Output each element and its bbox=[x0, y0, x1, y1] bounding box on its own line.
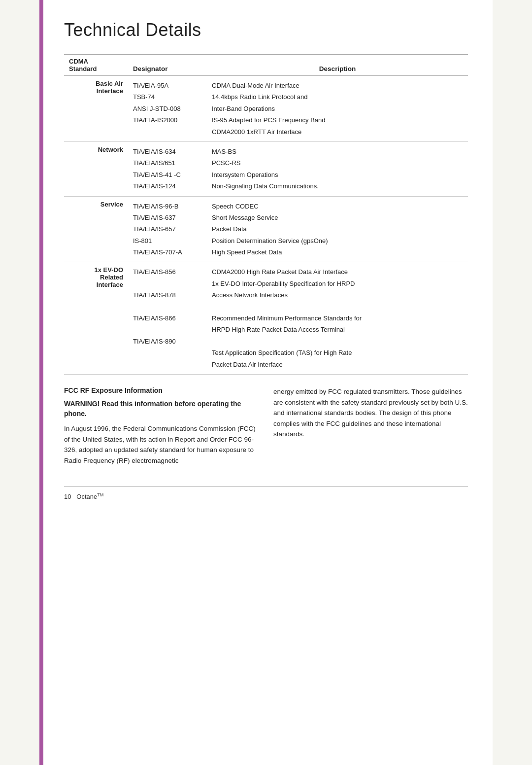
page-footer: 10 OctaneTM bbox=[64, 490, 468, 500]
description-cell: CDMA2000 High Rate Packet Data Air Inter… bbox=[207, 262, 468, 375]
category-cell: Network bbox=[64, 141, 128, 196]
technical-details-table: CDMAStandard Designator Description Basi… bbox=[64, 55, 468, 375]
category-cell: 1x EV-DORelatedInterface bbox=[64, 262, 128, 375]
page-title: Technical Details bbox=[64, 20, 468, 40]
fcc-heading: FCC RF Exposure Information bbox=[64, 386, 259, 394]
table-row: Network TIA/EIA/IS-634TIA/EIA/IS/651TIA/… bbox=[64, 141, 468, 196]
category-cell: Basic AirInterface bbox=[64, 76, 128, 142]
short-message-service-label: Short Message Service bbox=[212, 214, 278, 221]
col-header-description: Description bbox=[207, 55, 468, 76]
designator-cell: TIA/EIA-95ATSB-74ANSI J-STD-008TIA/EIA-I… bbox=[128, 76, 207, 142]
designator-cell: TIA/EIA/IS-96-BTIA/EIA/IS-637TIA/EIA/IS-… bbox=[128, 196, 207, 262]
fcc-right-body: energy emitted by FCC regulated transmit… bbox=[273, 386, 468, 440]
table-row: Service TIA/EIA/IS-96-BTIA/EIA/IS-637TIA… bbox=[64, 196, 468, 262]
fcc-left-body: In August 1996, the Federal Communicatio… bbox=[64, 423, 259, 466]
table-row: 1x EV-DORelatedInterface TIA/EIA/IS-856T… bbox=[64, 262, 468, 375]
page-number: 10 bbox=[64, 493, 71, 500]
description-cell: CDMA Dual-Mode Air Interface 14.4kbps Ra… bbox=[207, 76, 468, 142]
description-cell: MAS-BSPCSC-RSIntersystem OperationsNon-S… bbox=[207, 141, 468, 196]
table-row: Basic AirInterface TIA/EIA-95ATSB-74ANSI… bbox=[64, 76, 468, 142]
category-cell: Service bbox=[64, 196, 128, 262]
col-header-designator: Designator bbox=[128, 55, 207, 76]
fcc-left-column: FCC RF Exposure Information WARNING! Rea… bbox=[64, 386, 259, 466]
bottom-divider bbox=[64, 486, 468, 487]
designator-cell: TIA/EIA/IS-856TIA/EIA/IS-878TIA/EIA/IS-8… bbox=[128, 262, 207, 375]
col-header-standard: CDMAStandard bbox=[64, 55, 128, 76]
trademark-symbol: TM bbox=[97, 492, 103, 497]
product-name: Octane bbox=[76, 493, 97, 500]
description-cell: Speech CODEC Short Message Service Packe… bbox=[207, 196, 468, 262]
designator-cell: TIA/EIA/IS-634TIA/EIA/IS/651TIA/EIA/IS-4… bbox=[128, 141, 207, 196]
fcc-warning: WARNING! Read this information before op… bbox=[64, 399, 259, 418]
fcc-section: FCC RF Exposure Information WARNING! Rea… bbox=[64, 386, 468, 466]
fcc-right-column: energy emitted by FCC regulated transmit… bbox=[273, 386, 468, 466]
